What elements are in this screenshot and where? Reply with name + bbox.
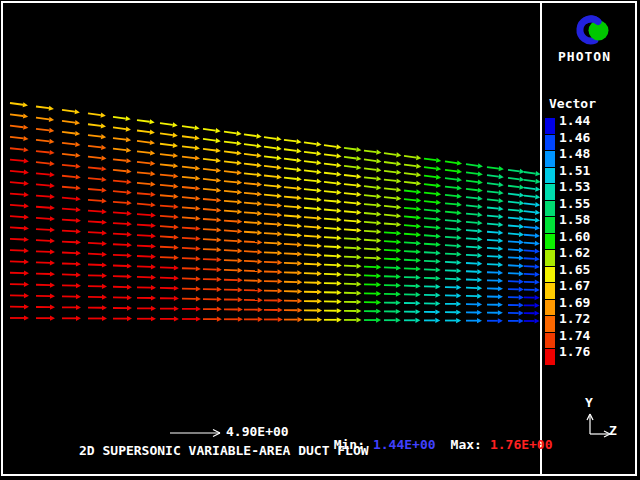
flow-vector	[404, 309, 421, 314]
flow-vector	[182, 236, 201, 241]
flow-vector	[88, 220, 107, 225]
flow-vector	[36, 205, 55, 210]
flow-vector	[137, 306, 156, 311]
flow-vector	[160, 286, 179, 291]
flow-vector	[113, 116, 131, 121]
flow-vector	[203, 277, 222, 282]
flow-vector	[182, 135, 200, 140]
legend-label: 1.48	[559, 147, 590, 160]
flow-vector	[466, 269, 482, 274]
flow-vector	[324, 217, 342, 222]
flow-vector	[364, 158, 381, 163]
flow-vector	[508, 287, 524, 292]
flow-vector	[424, 174, 441, 179]
flow-vector	[324, 172, 342, 177]
flow-vector	[224, 131, 242, 136]
flow-vector	[88, 252, 107, 257]
flow-vector	[424, 250, 441, 255]
flow-vector	[264, 250, 282, 255]
flow-vector	[10, 203, 29, 208]
flow-vector	[487, 214, 503, 219]
flow-vector	[424, 259, 441, 264]
flow-vector	[524, 287, 540, 292]
flow-vector	[36, 305, 55, 310]
legend-label: 1.46	[559, 131, 590, 144]
flow-vector	[224, 229, 242, 234]
flow-vector	[62, 272, 81, 277]
flow-vector	[524, 311, 540, 316]
flow-vector	[88, 209, 107, 214]
flow-vector	[264, 203, 282, 208]
legend-label: 1.65	[559, 263, 590, 276]
flow-vector	[137, 244, 156, 249]
flow-vector	[524, 280, 540, 285]
flow-vector	[224, 248, 243, 253]
legend-swatch	[545, 184, 555, 200]
flow-vector	[182, 145, 200, 150]
flow-vector	[404, 181, 421, 186]
flow-vector	[445, 160, 462, 165]
flow-vector	[508, 303, 524, 308]
photon-window: { "window": {"frame_color": "#FFFFFF", "…	[0, 0, 640, 480]
flow-vector	[160, 265, 179, 270]
flow-vector	[160, 194, 179, 199]
flow-vector	[445, 202, 462, 207]
flow-vector	[36, 293, 55, 298]
flow-vector	[203, 158, 221, 163]
flow-vector	[160, 173, 178, 178]
flow-vector	[62, 120, 80, 125]
legend-swatch	[545, 135, 555, 151]
legend-swatch	[545, 333, 555, 349]
flow-vector	[384, 274, 401, 279]
flow-vector	[244, 278, 263, 283]
flow-vector	[445, 243, 462, 248]
flow-vector	[304, 280, 322, 285]
flow-vector	[36, 260, 55, 265]
flow-vector	[137, 130, 155, 135]
flow-vector	[137, 264, 156, 269]
flow-vector	[344, 219, 362, 224]
flow-vector	[62, 294, 81, 299]
legend-swatch	[545, 234, 555, 250]
flow-vector	[10, 237, 29, 242]
min-value: 1.44E+00	[373, 438, 436, 451]
flow-vector	[182, 206, 201, 211]
flow-vector	[10, 282, 29, 287]
flow-vector	[324, 153, 342, 158]
flow-vector	[524, 225, 540, 230]
legend-label: 1.74	[559, 329, 590, 342]
flow-vector	[324, 199, 342, 204]
flow-vector	[364, 220, 381, 225]
flow-vector	[244, 297, 263, 302]
flow-vector	[10, 226, 29, 231]
flow-vector	[203, 237, 222, 242]
flow-vector	[508, 224, 524, 229]
flow-vector	[445, 177, 462, 182]
flow-vector	[508, 177, 525, 182]
z-axis-label: Z	[609, 424, 617, 437]
flow-vector	[364, 256, 381, 261]
flow-vector	[244, 269, 263, 274]
flow-vector	[284, 214, 302, 219]
flow-vector	[36, 249, 55, 254]
flow-vector	[424, 293, 441, 298]
flow-vector	[508, 232, 524, 237]
flow-vector	[424, 276, 441, 281]
flow-vector	[384, 196, 401, 201]
flow-vector	[384, 161, 401, 166]
flow-vector	[424, 225, 441, 230]
flow-vector	[324, 263, 342, 268]
flow-vector	[264, 260, 282, 265]
flow-vector	[160, 296, 179, 301]
flow-vector	[36, 271, 55, 276]
flow-vector	[508, 295, 524, 300]
flow-vector	[224, 150, 242, 155]
flow-vector	[88, 134, 106, 139]
flow-vector	[10, 158, 29, 163]
flow-vector	[244, 172, 262, 177]
flow-vector	[364, 282, 381, 287]
flow-vector	[384, 204, 401, 209]
flow-vector	[182, 316, 201, 321]
flow-vector	[466, 261, 482, 266]
flow-vector	[113, 274, 132, 279]
